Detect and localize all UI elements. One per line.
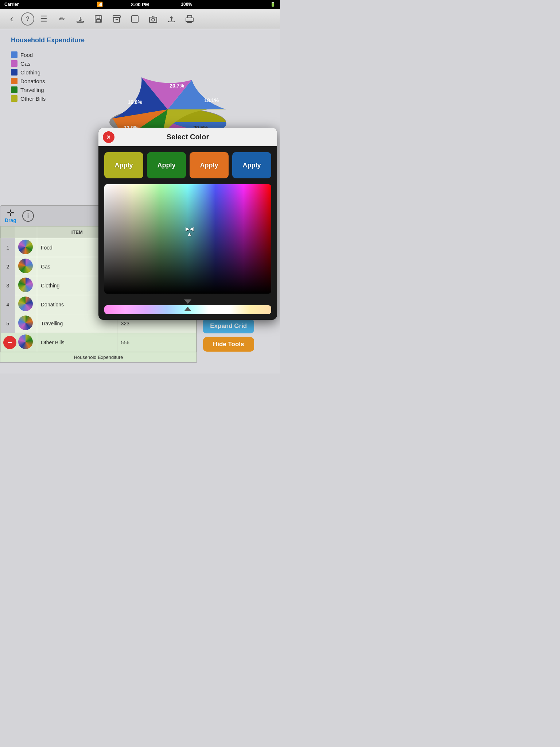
color-presets: Apply Apply Apply Apply bbox=[104, 152, 271, 178]
preset-button-3[interactable]: Apply bbox=[232, 152, 271, 178]
preset-button-1[interactable]: Apply bbox=[147, 152, 186, 178]
archive-button[interactable] bbox=[108, 11, 125, 27]
carrier-label: Carrier bbox=[4, 2, 19, 7]
hue-slider[interactable] bbox=[104, 305, 271, 314]
main-content: Household Expenditure Food Gas Clothing … bbox=[0, 29, 280, 374]
color-cursor: ▶◀▲ bbox=[186, 226, 194, 236]
modal-body: Apply Apply Apply Apply ▶◀▲ bbox=[98, 146, 277, 320]
download-button[interactable] bbox=[71, 11, 89, 27]
modal-title: Select Color bbox=[167, 133, 209, 141]
time-label: 8:00 PM bbox=[131, 2, 149, 7]
save-button[interactable] bbox=[90, 11, 107, 27]
svg-rect-8 bbox=[132, 16, 138, 22]
slider-thumb-down bbox=[184, 299, 191, 304]
color-picker-gradient[interactable]: ▶◀▲ bbox=[104, 184, 271, 294]
svg-point-10 bbox=[152, 18, 155, 21]
svg-rect-12 bbox=[186, 18, 193, 22]
camera-button[interactable] bbox=[144, 11, 162, 27]
modal-close-button[interactable]: × bbox=[103, 131, 114, 143]
back-button[interactable]: ‹ bbox=[3, 11, 20, 27]
svg-rect-1 bbox=[77, 21, 83, 22]
modal-header: × Select Color bbox=[98, 128, 277, 146]
help-button[interactable]: ? bbox=[21, 12, 34, 26]
svg-rect-3 bbox=[97, 16, 100, 18]
edit-button[interactable]: ✏ bbox=[53, 11, 71, 27]
toolbar: ‹ ? ☰ ✏ bbox=[0, 9, 280, 29]
status-bar: Carrier 📶 8:00 PM 100% 🔋 bbox=[0, 0, 280, 9]
modal-overlay: × Select Color Apply Apply Apply Apply ▶… bbox=[0, 29, 280, 374]
select-color-modal: × Select Color Apply Apply Apply Apply ▶… bbox=[98, 128, 277, 320]
share-button[interactable] bbox=[163, 11, 180, 27]
preset-button-0[interactable]: Apply bbox=[104, 152, 143, 178]
preset-button-2[interactable]: Apply bbox=[190, 152, 229, 178]
list-button[interactable]: ☰ bbox=[35, 11, 52, 27]
cursor-arrows: ▶◀▲ bbox=[186, 226, 194, 236]
hue-slider-container bbox=[104, 298, 271, 314]
wifi-icon: 📶 bbox=[97, 1, 103, 7]
battery-icon: 🔋 bbox=[270, 2, 276, 7]
slider-thumb-up bbox=[184, 307, 191, 311]
battery-label: 100% bbox=[181, 2, 192, 7]
print-button[interactable] bbox=[181, 11, 198, 27]
window-button[interactable] bbox=[126, 11, 144, 27]
svg-rect-4 bbox=[96, 19, 101, 22]
svg-rect-6 bbox=[114, 18, 120, 22]
